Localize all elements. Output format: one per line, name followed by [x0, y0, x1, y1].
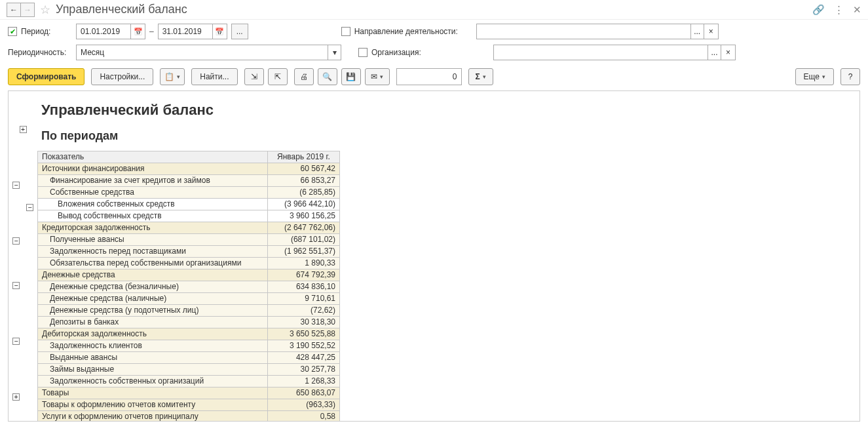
calendar-icon[interactable]: 📅	[212, 24, 227, 39]
date-from-input[interactable]: 01.01.2019 📅	[76, 24, 145, 39]
tree-expand-button[interactable]: +	[12, 393, 20, 401]
chevron-down-icon: ▾	[380, 73, 383, 80]
table-row[interactable]: Денежные средства (безналичные)634 836,1…	[38, 281, 340, 293]
tree-collapse-button[interactable]: −	[12, 237, 20, 245]
table-row[interactable]: Услуги к оформлению отчетов принципалу0,…	[38, 411, 340, 422]
activity-input[interactable]: ... ×	[476, 24, 719, 39]
org-input[interactable]: ... ×	[493, 45, 736, 60]
help-button[interactable]: ?	[840, 68, 860, 85]
envelope-icon: ✉	[371, 72, 377, 81]
nav-forward-button[interactable]: →	[20, 3, 35, 17]
indicator-cell: Источники финансирования	[38, 163, 268, 175]
table-row[interactable]: Займы выданные30 257,78	[38, 364, 340, 376]
table-row[interactable]: Вложения собственных средств(3 966 442,1…	[38, 199, 340, 210]
favorite-star-icon[interactable]: ☆	[40, 3, 50, 17]
sigma-icon: Σ	[475, 72, 480, 81]
print-button[interactable]: 🖨	[294, 68, 314, 85]
col-indicator-header: Показатель	[38, 151, 268, 163]
table-row[interactable]: Источники финансирования60 567,42	[38, 163, 340, 175]
table-row[interactable]: Товары650 863,07	[38, 387, 340, 399]
value-cell: (687 101,02)	[267, 234, 339, 246]
collapse-all-button[interactable]: ⇱	[268, 68, 288, 85]
page-title: Управленческий баланс	[56, 3, 187, 16]
clear-icon[interactable]: ×	[721, 45, 735, 60]
indicator-cell: Депозиты в банках	[38, 317, 268, 328]
table-row[interactable]: Дебиторская задолженность3 650 525,88	[38, 328, 340, 340]
value-cell: 30 257,78	[267, 364, 339, 376]
calendar-icon[interactable]: 📅	[130, 24, 145, 39]
save-button[interactable]: 💾	[341, 68, 361, 85]
ellipsis-icon[interactable]: ...	[708, 45, 721, 60]
nav-back-button[interactable]: ←	[7, 3, 21, 17]
periodicity-value: Месяц	[81, 48, 104, 57]
indicator-cell: Задолженность клиентов	[38, 340, 268, 352]
sum-input[interactable]: 0	[396, 68, 462, 85]
date-to-input[interactable]: 31.01.2019 📅	[158, 24, 227, 39]
table-row[interactable]: Денежные средства (наличные)9 710,61	[38, 293, 340, 305]
indicator-cell: Задолженность перед поставщиками	[38, 246, 268, 258]
col-period-header: Январь 2019 г.	[267, 151, 339, 163]
table-row[interactable]: Задолженность клиентов3 190 552,52	[38, 340, 340, 352]
tree-collapse-button[interactable]: −	[12, 182, 20, 189]
chevron-down-icon[interactable]: ▾	[328, 45, 341, 60]
value-cell: (6 285,85)	[267, 187, 339, 199]
table-row[interactable]: Товары к оформлению отчетов комитенту(96…	[38, 399, 340, 411]
table-row[interactable]: Денежные средства674 792,39	[38, 269, 340, 281]
link-icon[interactable]: 🔗	[812, 4, 825, 16]
indicator-cell: Задолженность собственных организаций	[38, 376, 268, 387]
table-row[interactable]: Финансирование за счет кредитов и займов…	[38, 175, 340, 187]
org-label: Организация:	[371, 48, 489, 57]
value-cell: 60 567,42	[267, 163, 339, 175]
preview-button[interactable]: 🔍	[318, 68, 337, 85]
table-row[interactable]: Вывод собственных средств3 960 156,25	[38, 210, 340, 222]
settings-button[interactable]: Настройки...	[91, 68, 153, 85]
email-button[interactable]: ✉▾	[365, 68, 390, 85]
table-row[interactable]: Выданные авансы428 447,25	[38, 352, 340, 364]
table-row[interactable]: Задолженность собственных организаций1 2…	[38, 376, 340, 387]
table-row[interactable]: Полученные авансы(687 101,02)	[38, 234, 340, 246]
table-row[interactable]: Обязательства перед собственными организ…	[38, 258, 340, 269]
value-cell: 1 890,33	[267, 258, 339, 269]
expand-all-button[interactable]: ⇲	[244, 68, 264, 85]
value-cell: 66 853,27	[267, 175, 339, 187]
tree-collapse-button[interactable]: −	[26, 204, 33, 211]
tree-collapse-button[interactable]: −	[12, 338, 20, 345]
report-subtitle: По периодам	[37, 125, 859, 151]
activity-checkbox[interactable]: ✔	[341, 27, 350, 36]
indicator-cell: Товары	[38, 387, 268, 399]
period-checkbox[interactable]: ✔	[8, 27, 17, 36]
indicator-cell: Вывод собственных средств	[38, 210, 268, 222]
periodicity-label: Периодичность:	[8, 48, 72, 57]
table-row[interactable]: Денежные средства (у подотчетных лиц)(72…	[38, 305, 340, 317]
indicator-cell: Финансирование за счет кредитов и займов	[38, 175, 268, 187]
tree-expand-all[interactable]: +	[20, 126, 27, 133]
paste-variants-button[interactable]: 📋▾	[160, 68, 185, 85]
indicator-cell: Услуги к оформлению отчетов принципалу	[38, 411, 268, 422]
generate-button[interactable]: Сформировать	[8, 68, 85, 85]
find-button[interactable]: Найти...	[191, 68, 237, 85]
floppy-icon: 💾	[346, 72, 356, 81]
value-cell: 1 268,33	[267, 376, 339, 387]
tree-collapse-button[interactable]: −	[12, 282, 20, 289]
indicator-cell: Кредиторская задолженность	[38, 222, 268, 234]
org-checkbox[interactable]: ✔	[358, 48, 368, 57]
clear-icon[interactable]: ×	[704, 24, 718, 39]
report-grid[interactable]: Управленческий баланс По периодам Показа…	[37, 91, 859, 421]
value-cell: 650 863,07	[267, 387, 339, 399]
sigma-button[interactable]: Σ▾	[468, 68, 493, 85]
table-row[interactable]: Задолженность перед поставщиками(1 962 5…	[38, 246, 340, 258]
table-row[interactable]: Депозиты в банках30 318,30	[38, 317, 340, 328]
kebab-menu-icon[interactable]: ⋮	[834, 4, 844, 16]
more-button[interactable]: Еще▾	[795, 68, 834, 85]
expand-icon: ⇲	[251, 72, 257, 81]
period-picker-button[interactable]: ...	[231, 24, 248, 39]
periodicity-select[interactable]: Месяц ▾	[76, 45, 341, 60]
table-row[interactable]: Кредиторская задолженность(2 647 762,06)	[38, 222, 340, 234]
table-row[interactable]: Собственные средства(6 285,85)	[38, 187, 340, 199]
magnifier-page-icon: 🔍	[322, 72, 332, 81]
collapse-icon: ⇱	[274, 72, 281, 81]
value-cell: (1 962 551,37)	[267, 246, 339, 258]
close-icon[interactable]: ✕	[853, 4, 861, 16]
ellipsis-icon[interactable]: ...	[690, 24, 704, 39]
chevron-down-icon: ▾	[483, 73, 486, 80]
